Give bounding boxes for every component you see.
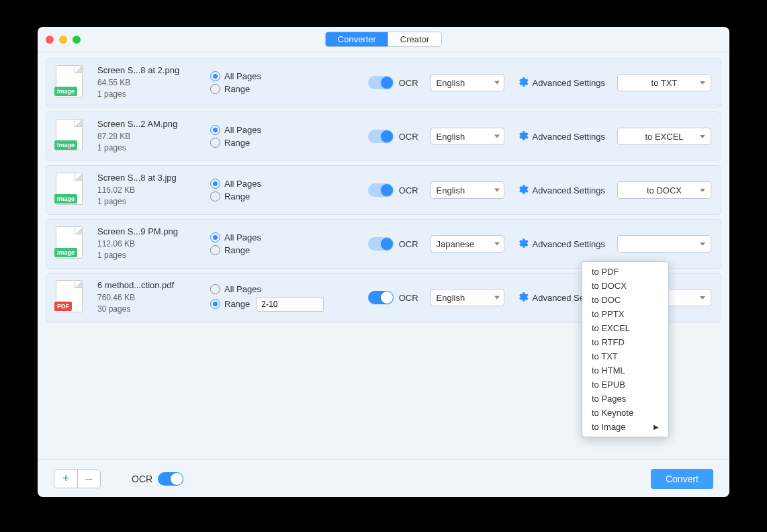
file-name: Screen S...2 AM.png: [97, 119, 198, 129]
page-selection: All PagesRange: [210, 122, 331, 150]
minimize-button[interactable]: [59, 36, 67, 44]
language-select[interactable]: English: [431, 128, 504, 145]
output-format-select[interactable]: to TXT: [617, 74, 711, 91]
file-size: 112.06 KB: [97, 238, 198, 250]
page-selection: All PagesRange: [210, 230, 331, 258]
dropdown-item[interactable]: to PDF: [582, 265, 668, 279]
file-size: 87.28 KB: [97, 131, 198, 142]
file-name: Screen S...8 at 3.jpg: [97, 173, 198, 183]
footer: + – OCR Convert: [38, 459, 729, 497]
all-pages-radio[interactable]: All Pages: [210, 71, 331, 81]
maximize-button[interactable]: [73, 36, 81, 44]
dropdown-item[interactable]: to PPTX: [582, 307, 668, 321]
ocr-toggle[interactable]: [368, 237, 394, 251]
file-pages: 30 pages: [97, 304, 198, 315]
dropdown-item[interactable]: to DOCX: [582, 279, 668, 293]
range-radio[interactable]: Range: [210, 191, 331, 202]
tab-converter[interactable]: Converter: [326, 32, 388, 46]
ocr-toggle[interactable]: [368, 130, 394, 143]
advanced-settings-button[interactable]: Advanced Settings: [516, 76, 605, 90]
file-pages: 1 pages: [97, 196, 198, 208]
file-info: Screen S...9 PM.png112.06 KB1 pages: [97, 226, 198, 261]
file-row[interactable]: ImageScreen S...2 AM.png87.28 KB1 pagesA…: [46, 112, 721, 161]
range-radio[interactable]: Range: [210, 138, 331, 148]
language-select[interactable]: English: [431, 289, 504, 306]
add-remove-group: + –: [54, 470, 101, 488]
file-info: Screen S...8 at 2.png64.55 KB1 pages: [97, 65, 198, 100]
file-info: 6 method...ction.pdf760.46 KB30 pages: [97, 280, 198, 315]
dropdown-item[interactable]: to Image▶: [582, 420, 668, 434]
output-format-select[interactable]: to EXCEL: [617, 128, 711, 145]
advanced-settings-button[interactable]: Advanced Settings: [516, 130, 605, 144]
traffic-lights: [46, 36, 81, 44]
ocr-group: OCR: [368, 130, 418, 143]
mode-segmented-control[interactable]: Converter Creator: [325, 32, 442, 47]
ocr-toggle[interactable]: [368, 183, 394, 197]
ocr-label: OCR: [399, 78, 418, 88]
file-name: 6 method...ction.pdf: [97, 280, 198, 290]
all-pages-radio[interactable]: All Pages: [210, 232, 331, 242]
dropdown-item[interactable]: to Pages: [582, 392, 668, 406]
file-thumbnail: Image: [56, 226, 85, 261]
range-radio[interactable]: Range: [210, 245, 331, 255]
file-info: Screen S...2 AM.png87.28 KB1 pages: [97, 119, 198, 154]
tab-creator[interactable]: Creator: [388, 32, 441, 46]
ocr-label: OCR: [399, 132, 418, 142]
ocr-label: OCR: [399, 293, 418, 303]
file-size: 64.55 KB: [97, 77, 198, 89]
dropdown-item[interactable]: to HTML: [582, 363, 668, 378]
advanced-settings-button[interactable]: Advanced Settings: [516, 237, 605, 251]
file-thumbnail: PDF: [56, 280, 85, 315]
language-select[interactable]: Japanese: [431, 235, 504, 253]
footer-ocr-group: OCR: [132, 472, 183, 486]
ocr-label: OCR: [399, 185, 418, 195]
page-selection: All PagesRange: [210, 281, 331, 314]
submenu-arrow-icon: ▶: [653, 423, 659, 431]
file-pages: 1 pages: [97, 142, 198, 154]
ocr-toggle[interactable]: [368, 291, 394, 304]
dropdown-item[interactable]: to EPUB: [582, 378, 668, 392]
ocr-group: OCR: [368, 183, 418, 197]
file-row[interactable]: ImageScreen S...8 at 3.jpg116.02 KB1 pag…: [46, 165, 721, 215]
ocr-toggle[interactable]: [368, 76, 394, 89]
titlebar: Converter Creator: [38, 27, 729, 52]
file-pages: 1 pages: [97, 250, 198, 261]
format-dropdown-menu[interactable]: to PDFto DOCXto DOCto PPTXto EXCELto RTF…: [582, 261, 669, 437]
file-type-badge: Image: [54, 248, 77, 257]
advanced-label: Advanced Settings: [533, 185, 605, 195]
file-size: 760.46 KB: [97, 292, 198, 304]
dropdown-item[interactable]: to RTFD: [582, 335, 668, 349]
footer-ocr-toggle[interactable]: [158, 472, 183, 486]
output-format-select[interactable]: [617, 235, 711, 253]
add-file-button[interactable]: +: [54, 470, 77, 488]
ocr-group: OCR: [368, 237, 418, 251]
remove-file-button[interactable]: –: [77, 470, 100, 488]
dropdown-item[interactable]: to DOC: [582, 293, 668, 307]
advanced-label: Advanced Settings: [533, 132, 605, 142]
file-row[interactable]: ImageScreen S...8 at 2.png64.55 KB1 page…: [46, 58, 721, 107]
gear-icon: [516, 130, 529, 144]
advanced-settings-button[interactable]: Advanced Settings: [516, 183, 605, 197]
page-selection: All PagesRange: [210, 176, 331, 204]
file-type-badge: Image: [54, 194, 77, 204]
language-select[interactable]: English: [431, 74, 504, 91]
all-pages-radio[interactable]: All Pages: [210, 125, 331, 135]
app-window: Converter Creator ImageScreen S...8 at 2…: [38, 27, 729, 497]
dropdown-item[interactable]: to TXT: [582, 349, 668, 363]
all-pages-radio[interactable]: All Pages: [210, 284, 331, 294]
language-select[interactable]: English: [431, 181, 504, 199]
convert-button[interactable]: Convert: [651, 469, 713, 489]
output-format-select[interactable]: to DOCX: [617, 181, 711, 199]
range-radio[interactable]: Range: [210, 84, 331, 94]
range-radio[interactable]: Range: [210, 297, 331, 312]
close-button[interactable]: [46, 36, 54, 44]
file-type-badge: PDF: [54, 302, 72, 311]
all-pages-radio[interactable]: All Pages: [210, 179, 331, 189]
file-name: Screen S...8 at 2.png: [97, 65, 198, 75]
dropdown-item[interactable]: to EXCEL: [582, 321, 668, 335]
file-info: Screen S...8 at 3.jpg116.02 KB1 pages: [97, 173, 198, 208]
file-pages: 1 pages: [97, 89, 198, 100]
file-thumbnail: Image: [56, 119, 85, 154]
dropdown-item[interactable]: to Keynote: [582, 406, 668, 420]
range-input[interactable]: [257, 297, 324, 312]
